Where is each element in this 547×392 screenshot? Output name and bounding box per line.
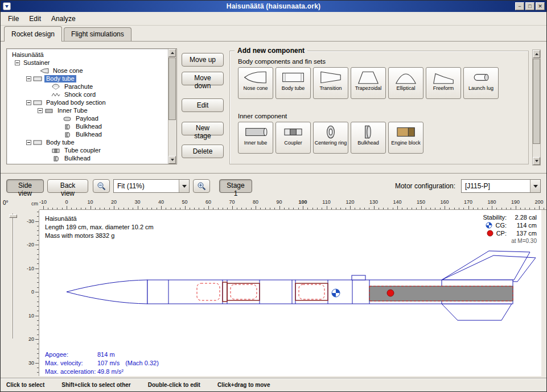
add-freeform-fin-button[interactable]: Freeform bbox=[426, 67, 461, 99]
ruler-tick bbox=[317, 208, 318, 209]
minimize-button[interactable]: − bbox=[515, 2, 524, 10]
menu-file[interactable]: File bbox=[3, 13, 24, 24]
tree-scrollbar[interactable] bbox=[168, 49, 176, 164]
ruler-tick bbox=[180, 208, 180, 209]
rotation-slider[interactable] bbox=[7, 211, 19, 353]
apogee-value: 814 m bbox=[97, 350, 115, 359]
edit-button[interactable]: Edit bbox=[182, 98, 224, 112]
title-bar[interactable]: Haisunäätä (haisunaata.ork) − □ ✕ bbox=[1, 1, 546, 12]
add-coupler-button[interactable]: Coupler bbox=[275, 122, 311, 154]
ruler-tick bbox=[147, 208, 147, 209]
tree-item-payload[interactable]: Payload bbox=[7, 114, 167, 122]
menu-analyze[interactable]: Analyze bbox=[46, 13, 81, 24]
tree-item-body-tube-2[interactable]: Body tube bbox=[7, 138, 167, 146]
zoom-level-select[interactable]: Fit (11%) bbox=[113, 179, 190, 193]
add-launch-lug-button[interactable]: Launch lug bbox=[463, 67, 499, 99]
ruler-tick bbox=[388, 208, 388, 209]
launch-lug-shape[interactable] bbox=[352, 275, 365, 280]
collapse-icon[interactable] bbox=[38, 108, 43, 113]
add-trapezoidal-fin-button[interactable]: Trapezoidal bbox=[351, 67, 386, 99]
add-centering-ring-button[interactable]: Centering ring bbox=[313, 122, 348, 154]
scroll-up-button[interactable] bbox=[168, 49, 176, 57]
collapse-icon[interactable] bbox=[26, 140, 31, 145]
ruler-tick bbox=[478, 208, 478, 209]
ruler-tick bbox=[237, 208, 237, 209]
body-components-row: Nose cone Body tube Transition Trapezoid… bbox=[238, 67, 499, 99]
mach-value: (Mach 0.32) bbox=[125, 359, 159, 368]
ruler-tick bbox=[260, 208, 261, 209]
tree-item-inner-tube[interactable]: Inner Tube bbox=[7, 106, 167, 114]
collapse-icon[interactable] bbox=[26, 76, 31, 81]
tree-item-bulkhead[interactable]: Bulkhead bbox=[7, 122, 167, 130]
rocket-canvas[interactable]: Haisunäätä Length 189 cm, max. diameter … bbox=[39, 210, 541, 376]
tree-item-parachute[interactable]: Parachute bbox=[7, 82, 167, 90]
tree-item-body-tube[interactable]: Body tube bbox=[7, 75, 167, 82]
move-up-button[interactable]: Move up bbox=[182, 53, 224, 67]
fin-upper[interactable] bbox=[442, 251, 530, 280]
add-engine-block-button[interactable]: Engine block bbox=[388, 122, 423, 154]
ruler-tick bbox=[35, 316, 39, 316]
ruler-tick bbox=[256, 206, 256, 209]
delete-button[interactable]: Delete bbox=[182, 145, 224, 158]
collapse-icon[interactable] bbox=[15, 60, 20, 65]
move-down-button[interactable]: Move down bbox=[182, 72, 224, 85]
component-panel-scrollbar[interactable] bbox=[532, 49, 541, 166]
chevron-down-icon[interactable] bbox=[530, 180, 540, 192]
add-component-group: Add new component Body components and fi… bbox=[229, 51, 529, 164]
tab-rocket-design[interactable]: Rocket design bbox=[4, 26, 62, 42]
scrollbar-thumb[interactable] bbox=[533, 59, 540, 144]
tree-item-tube-coupler[interactable]: Tube coupler bbox=[7, 146, 167, 154]
tree-item-nose-cone[interactable]: Nose cone bbox=[7, 67, 167, 75]
tree-item-bulkhead-3[interactable]: Bulkhead bbox=[7, 154, 167, 162]
body-tube-icon bbox=[33, 100, 43, 106]
ruler-tick bbox=[208, 206, 209, 209]
bulkhead-icon bbox=[356, 124, 381, 140]
add-inner-tube-button[interactable]: Inner tube bbox=[238, 122, 273, 154]
add-body-tube-button[interactable]: Body tube bbox=[275, 67, 311, 99]
back-view-button[interactable]: Back view bbox=[47, 179, 88, 193]
nose-cone-shape[interactable] bbox=[67, 280, 147, 304]
ruler-label: 160 bbox=[440, 199, 449, 205]
maximize-button[interactable]: □ bbox=[525, 2, 534, 10]
tree-item-stage[interactable]: Sustainer bbox=[7, 59, 167, 67]
add-elliptical-fin-button[interactable]: Elliptical bbox=[388, 67, 423, 99]
ruler-label: 130 bbox=[369, 199, 378, 205]
launch-lug-icon bbox=[468, 69, 493, 85]
ruler-tick bbox=[151, 208, 152, 209]
side-view-button[interactable]: Side view bbox=[6, 179, 44, 193]
ruler-tick bbox=[37, 329, 39, 330]
tree-item-shock-cord[interactable]: Shock cord bbox=[7, 90, 167, 98]
ruler-tick bbox=[241, 208, 242, 209]
zoom-in-button[interactable] bbox=[193, 179, 210, 193]
tree-item-payload-body-section[interactable]: Payload body section bbox=[7, 98, 167, 106]
scroll-up-button[interactable] bbox=[533, 50, 540, 58]
scroll-down-button[interactable] bbox=[168, 156, 176, 164]
cg-value: 114 cm bbox=[509, 221, 537, 229]
scroll-down-button[interactable] bbox=[533, 157, 540, 165]
add-transition-button[interactable]: Transition bbox=[313, 67, 348, 99]
new-stage-button[interactable]: New stage bbox=[182, 122, 224, 135]
chevron-down-icon[interactable] bbox=[179, 180, 189, 192]
slider-thumb[interactable] bbox=[9, 214, 17, 218]
ruler-tick bbox=[492, 206, 492, 209]
add-bulkhead-button[interactable]: Bulkhead bbox=[351, 122, 386, 154]
rocket-name: Haisunäätä bbox=[45, 214, 154, 223]
zoom-out-button[interactable] bbox=[93, 179, 110, 193]
parachute-icon bbox=[51, 84, 61, 90]
hint-double-click: Double-click to edit bbox=[148, 382, 200, 388]
motor-configuration-select[interactable]: [J115-P] bbox=[461, 179, 541, 193]
fin-lower[interactable] bbox=[442, 304, 512, 320]
collapse-icon[interactable] bbox=[26, 100, 31, 105]
add-nose-cone-button[interactable]: Nose cone bbox=[238, 67, 273, 99]
bulkhead-icon bbox=[51, 155, 61, 162]
close-button[interactable]: ✕ bbox=[536, 2, 545, 10]
max-acceleration-label: Max. acceleration: bbox=[45, 368, 97, 376]
ruler-label: 40 bbox=[158, 199, 164, 205]
ruler-tick bbox=[421, 206, 422, 209]
tab-flight-simulations[interactable]: Flight simulations bbox=[64, 27, 131, 41]
scrollbar-thumb[interactable] bbox=[168, 57, 176, 120]
stage-1-toggle[interactable]: Stage 1 bbox=[219, 179, 252, 193]
tree-item-rocket[interactable]: Haisunäätä bbox=[7, 51, 167, 59]
menu-edit[interactable]: Edit bbox=[24, 13, 46, 24]
tree-item-bulkhead[interactable]: Bulkhead bbox=[7, 130, 167, 138]
